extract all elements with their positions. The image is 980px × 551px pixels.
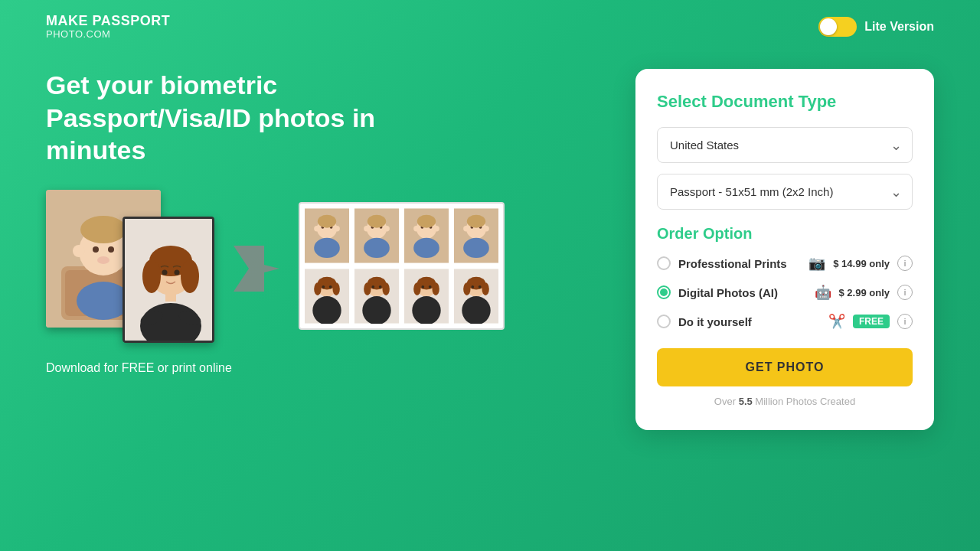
order-option-title: Order Option — [657, 225, 913, 243]
svg-point-53 — [463, 226, 469, 231]
option-diy-label: Do it yourself — [678, 315, 821, 328]
info-icon-digital[interactable]: i — [897, 285, 913, 300]
option-professional[interactable]: Professtional Prints 📷 $ 14.99 only i — [657, 255, 913, 272]
svg-point-85 — [479, 285, 482, 289]
card-title: Select Document Type — [657, 92, 913, 112]
svg-point-60 — [322, 285, 325, 289]
document-select-wrapper: Passport - 51x51 mm (2x2 Inch) ⌄ — [657, 174, 913, 210]
camera-icon: 📷 — [808, 255, 825, 272]
svg-point-66 — [364, 282, 371, 295]
photos-count-bold: 5.5 — [739, 396, 753, 407]
lite-version-toggle[interactable]: Lite Version — [818, 17, 934, 37]
document-select[interactable]: Passport - 51x51 mm (2x2 Inch) — [657, 174, 913, 210]
photos-demo — [46, 190, 605, 343]
svg-point-21 — [175, 269, 180, 275]
radio-diy[interactable] — [657, 315, 671, 328]
main-content: Get your biometric Passport/Visa/ID phot… — [0, 54, 980, 445]
result-photos — [299, 202, 505, 330]
svg-point-76 — [421, 285, 424, 289]
svg-point-20 — [162, 269, 168, 275]
scissors-icon: ✂️ — [828, 313, 845, 330]
svg-point-59 — [332, 282, 339, 295]
source-photos — [46, 190, 214, 343]
svg-point-68 — [371, 285, 374, 289]
svg-point-28 — [318, 215, 336, 228]
svg-point-51 — [463, 238, 489, 258]
option-digital-label: Digital Photos (AI) — [678, 286, 807, 299]
header: MAKE PASSPORT PHOTO.COM Lite Version — [0, 0, 980, 54]
svg-point-74 — [413, 282, 420, 295]
info-icon-diy[interactable]: i — [897, 314, 913, 329]
svg-point-7 — [97, 256, 109, 264]
svg-point-83 — [482, 282, 488, 295]
svg-point-6 — [108, 246, 114, 253]
svg-point-38 — [384, 226, 389, 231]
svg-point-78 — [412, 296, 440, 324]
radio-digital[interactable] — [657, 285, 671, 299]
option-professional-price: $ 14.99 only — [833, 258, 890, 269]
logo: MAKE PASSPORT PHOTO.COM — [46, 14, 170, 40]
svg-point-77 — [429, 285, 432, 289]
radio-professional[interactable] — [657, 256, 671, 270]
toggle-knob — [820, 18, 837, 35]
svg-point-75 — [432, 282, 439, 295]
option-digital-price: $ 2.99 only — [839, 287, 890, 298]
svg-point-8 — [73, 245, 85, 257]
robot-icon: 🤖 — [815, 284, 831, 301]
svg-point-52 — [467, 215, 485, 228]
free-badge: FREE — [853, 315, 890, 328]
svg-point-86 — [462, 296, 490, 324]
photos-count-post: Million Photos Created — [753, 396, 855, 407]
svg-point-61 — [329, 285, 332, 289]
get-photo-button[interactable]: GET PHOTO — [657, 348, 913, 386]
svg-point-84 — [471, 285, 474, 289]
left-side: Get your biometric Passport/Visa/ID phot… — [46, 69, 605, 375]
svg-point-19 — [181, 259, 199, 293]
logo-top: MAKE PASSPORT — [46, 14, 170, 29]
svg-point-43 — [413, 238, 439, 258]
svg-point-36 — [368, 215, 386, 228]
country-select-wrapper: United States ⌄ — [657, 127, 913, 163]
svg-point-54 — [483, 226, 488, 231]
svg-point-10 — [80, 216, 126, 243]
result-row-1 — [303, 207, 500, 265]
svg-point-35 — [364, 238, 390, 258]
svg-point-82 — [463, 282, 470, 295]
logo-bottom: PHOTO.COM — [46, 29, 170, 40]
card: Select Document Type United States ⌄ Pas… — [635, 69, 934, 430]
svg-point-37 — [364, 226, 369, 231]
photo-woman — [122, 217, 214, 343]
toggle-switch[interactable] — [818, 17, 857, 37]
svg-point-58 — [314, 282, 321, 295]
svg-point-27 — [314, 238, 340, 258]
photos-count: Over 5.5 Million Photos Created — [657, 396, 913, 407]
svg-point-67 — [382, 282, 389, 295]
svg-point-70 — [362, 296, 390, 324]
svg-point-46 — [433, 226, 439, 231]
svg-point-5 — [93, 246, 99, 253]
bottom-text: Download for FREE or print online — [46, 361, 605, 375]
svg-point-62 — [312, 296, 341, 324]
svg-point-44 — [417, 215, 436, 228]
option-professional-label: Professtional Prints — [678, 257, 801, 270]
headline: Get your biometric Passport/Visa/ID phot… — [46, 69, 475, 167]
svg-point-45 — [413, 226, 419, 231]
option-diy[interactable]: Do it yourself ✂️ FREE i — [657, 313, 913, 330]
country-select[interactable]: United States — [657, 127, 913, 163]
svg-point-18 — [142, 259, 161, 293]
lite-version-label: Lite Version — [864, 20, 934, 34]
info-icon-professional[interactable]: i — [897, 256, 913, 271]
arrow-icon — [230, 230, 283, 302]
result-row-2 — [303, 267, 500, 325]
svg-point-30 — [334, 226, 339, 231]
option-digital[interactable]: Digital Photos (AI) 🤖 $ 2.99 only i — [657, 284, 913, 301]
svg-point-29 — [314, 226, 319, 231]
photos-count-pre: Over — [714, 396, 739, 407]
svg-point-69 — [379, 285, 382, 289]
svg-marker-22 — [234, 246, 279, 292]
